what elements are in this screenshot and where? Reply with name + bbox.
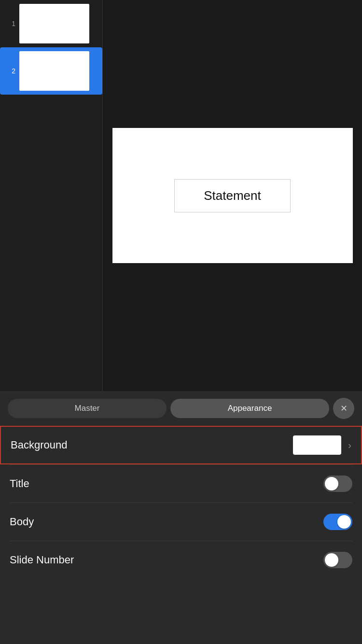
slide-number-toggle-knob: [325, 553, 338, 567]
body-toggle[interactable]: [323, 514, 352, 530]
tab-bar: Master Appearance ✕: [0, 391, 362, 426]
title-toggle-knob: [325, 477, 338, 490]
slide-item-2[interactable]: 2: [0, 47, 102, 95]
statement-text: Statement: [204, 188, 261, 203]
chevron-right-icon: ›: [348, 440, 351, 451]
body-toggle-knob: [337, 515, 351, 529]
body-toggle-row: Body: [0, 503, 362, 541]
bottom-panel: Master Appearance ✕ Background › Title B…: [0, 391, 362, 644]
slide-thumbnail-2: [19, 51, 89, 91]
slide-number-toggle[interactable]: [323, 552, 352, 568]
slide-thumbnail-1: [19, 4, 89, 43]
slide-number-toggle-row: Slide Number: [0, 541, 362, 579]
title-toggle-row: Title: [0, 465, 362, 503]
background-color-preview: [293, 435, 341, 455]
slide-panel: 1 2: [0, 0, 103, 391]
background-row[interactable]: Background ›: [0, 426, 362, 464]
close-icon: ✕: [340, 403, 348, 414]
body-label: Body: [10, 516, 323, 528]
title-toggle[interactable]: [323, 476, 352, 492]
slide-number-1: 1: [5, 20, 15, 28]
tab-close-button[interactable]: ✕: [333, 398, 354, 419]
slide-number-label: Slide Number: [10, 554, 323, 566]
slide-number-2: 2: [5, 67, 15, 75]
background-label: Background: [11, 439, 293, 451]
slide-item-1[interactable]: 1: [0, 0, 102, 47]
canvas-area: Statement: [103, 0, 362, 391]
statement-box: Statement: [174, 179, 291, 212]
tab-appearance[interactable]: Appearance: [170, 399, 329, 418]
tab-master[interactable]: Master: [8, 399, 167, 418]
title-label: Title: [10, 477, 323, 490]
slide-canvas: Statement: [112, 128, 353, 263]
